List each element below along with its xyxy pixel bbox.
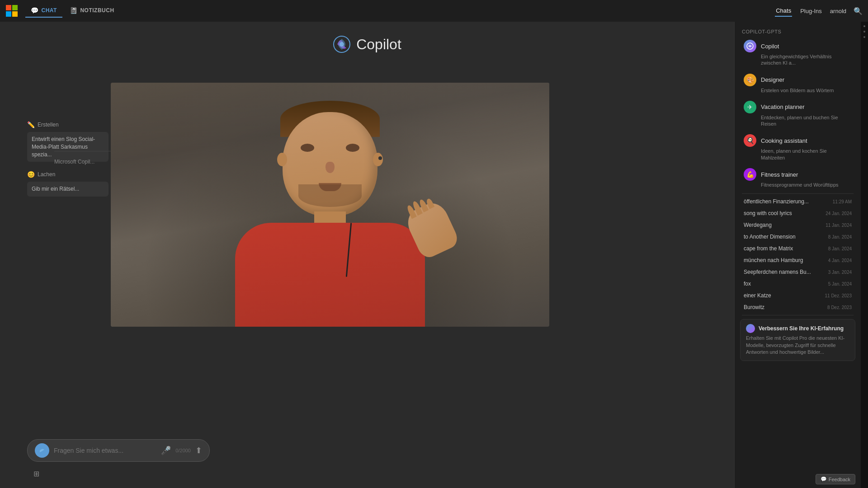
sidebar-item-vacation[interactable]: ✈ Vacation planner Entdecken, planen und… <box>736 97 859 131</box>
copilot-pro-logo <box>746 324 755 333</box>
video-placeholder <box>111 83 549 327</box>
sidebar-item-designer-header: 🎨 Designer <box>744 74 852 86</box>
nav-chats[interactable]: Chats <box>775 5 792 17</box>
nav-plugins[interactable]: Plug-Ins <box>799 6 823 16</box>
chat-history-item-6[interactable]: Seepferdchen namens Bu... 3 Jan. 2024 <box>736 266 859 278</box>
sidebar-item-fitness[interactable]: 💪 Fitness trainer Fitnessprogramme und W… <box>736 164 859 192</box>
username: arnold <box>830 8 846 14</box>
chat-history-item-9[interactable]: Burowitz 8 Dez. 2023 <box>736 301 859 313</box>
vacation-gpt-avatar: ✈ <box>744 101 756 113</box>
content-area: Copilot ✏️ Erstellen Entwirft einen Slog… <box>0 22 734 488</box>
person-body <box>235 223 425 327</box>
fitness-gpt-avatar: 💪 <box>744 168 756 181</box>
suggestion-create: ✏️ Erstellen Entwirft einen Slog Social-… <box>27 121 108 162</box>
tab-chat[interactable]: 💬 CHAT <box>25 4 62 18</box>
chat-input-area: 🎤 0/2000 ⬆ ⊞ <box>27 439 210 479</box>
copilot-logo-icon <box>333 35 351 53</box>
search-icon[interactable]: 🔍 <box>854 7 863 15</box>
chat-input[interactable] <box>54 447 156 454</box>
tab-notizbuch-label: NOTIZBUCH <box>80 7 114 14</box>
chat-title-5: münchen nach Hamburg <box>744 257 825 263</box>
upgrade-banner[interactable]: Verbessern Sie Ihre KI-Erfahrung Erhalte… <box>740 319 855 361</box>
feedback-label: Feedback <box>829 477 850 482</box>
strip-dot-1 <box>863 25 865 27</box>
chat-input-container: 🎤 0/2000 ⬆ <box>27 439 210 462</box>
suggestion-create-text: Erstellen <box>38 122 59 128</box>
chat-title-4: cape from the Matrix <box>744 245 825 252</box>
suggestion-laugh-body[interactable]: Gib mir ein Rätsel... <box>27 182 108 197</box>
svg-point-5 <box>340 42 344 47</box>
microphone-icon[interactable]: 🎤 <box>161 446 171 455</box>
designer-gpt-avatar: 🎨 <box>744 74 756 86</box>
chat-history-item-8[interactable]: einer Katze 11 Dez. 2023 <box>736 290 859 301</box>
chat-history-item-4[interactable]: cape from the Matrix 8 Jan. 2024 <box>736 243 859 254</box>
chat-history-item-3[interactable]: to Another Dimension 8 Jan. 2024 <box>736 231 859 243</box>
chat-date-5: 4 Jan. 2024 <box>828 258 852 263</box>
suggestion-laugh-text: Lachen <box>38 171 55 178</box>
chat-history-item-fox[interactable]: fox 5 Jan. 2024 <box>736 278 859 290</box>
right-strip <box>861 22 868 488</box>
chat-title-fox: fox <box>744 281 825 287</box>
pencil-icon: ✏️ <box>27 121 35 128</box>
cooking-gpt-name: Cooking assistant <box>761 137 807 144</box>
chat-title-3: to Another Dimension <box>744 234 825 240</box>
vacation-gpt-desc: Entdecken, planen und buchen Sie Reisen <box>761 114 852 127</box>
chat-title-1: song with cool lyrics <box>744 210 822 216</box>
chat-title-9: Burowitz <box>744 304 824 310</box>
svg-rect-3 <box>12 11 18 17</box>
chat-history-item-5[interactable]: münchen nach Hamburg 4 Jan. 2024 <box>736 254 859 266</box>
copilot-gpt-avatar <box>744 40 756 52</box>
copilot-header: Copilot <box>333 35 401 53</box>
chat-history-item-1[interactable]: song with cool lyrics 24 Jan. 2024 <box>736 207 859 219</box>
chat-title-0: öffentlichen Finanzierung... <box>744 198 829 205</box>
sidebar-item-designer[interactable]: 🎨 Designer Erstelen von Bildern aus Wört… <box>736 70 859 97</box>
designer-gpt-desc: Erstelen von Bildern aus Wörtern <box>761 87 852 94</box>
designer-gpt-name: Designer <box>761 76 784 83</box>
main-area: Copilot ✏️ Erstellen Entwirft einen Slog… <box>0 22 868 488</box>
sidebar-item-fitness-header: 💪 Fitness trainer <box>744 168 852 181</box>
cooking-gpt-avatar: 🍳 <box>744 134 756 147</box>
upgrade-banner-header: Verbessern Sie Ihre KI-Erfahrung <box>746 324 849 333</box>
microsoft-copilot-label: Microsoft Copil... <box>54 159 94 165</box>
chat-date-8: 11 Dez. 2023 <box>825 293 852 298</box>
tab-notizbuch[interactable]: 📓 NOTIZBUCH <box>64 4 120 18</box>
topbar-tabs: 💬 CHAT 📓 NOTIZBUCH <box>25 4 775 18</box>
chat-date-fox: 5 Jan. 2024 <box>828 282 852 286</box>
topbar: 💬 CHAT 📓 NOTIZBUCH Chats Plug-Ins arnold… <box>0 0 868 22</box>
suggestion-laugh: 😊 Lachen Gib mir ein Rätsel... <box>27 171 108 197</box>
chat-history-item-2[interactable]: Werdegang 11 Jan. 2024 <box>736 219 859 231</box>
sidebar-item-cooking[interactable]: 🍳 Cooking assistant Ideen, planen und ko… <box>736 131 859 164</box>
windows-logo-icon <box>5 5 18 17</box>
copilot-gpt-name: Copilot <box>761 43 779 50</box>
fitness-gpt-name: Fitness trainer <box>761 171 798 178</box>
chat-counter: 0/2000 <box>175 448 191 453</box>
chat-date-9: 8 Dez. 2023 <box>827 305 852 310</box>
tab-chat-label: CHAT <box>42 7 57 14</box>
chat-history-item-0[interactable]: öffentlichen Finanzierung... 11:29 AM <box>736 196 859 207</box>
svg-rect-0 <box>6 5 11 10</box>
suggestion-create-label: ✏️ Erstellen <box>27 121 108 128</box>
chat-date-1: 24 Jan. 2024 <box>826 211 852 216</box>
sidebar-gpts-title: Copilot-GPTs <box>735 25 861 36</box>
chat-date-3: 8 Jan. 2024 <box>828 235 852 239</box>
strip-dot-3 <box>863 36 865 38</box>
chat-tab-icon: 💬 <box>31 7 39 14</box>
chat-avatar-icon <box>35 443 49 458</box>
send-icon[interactable]: ⬆ <box>195 446 202 455</box>
sidebar-sep-2 <box>742 315 854 315</box>
expand-icon[interactable]: ⊞ <box>31 468 42 479</box>
copilot-title: Copilot <box>356 36 401 53</box>
chat-date-6: 3 Jan. 2024 <box>828 270 852 275</box>
sidebar-item-copilot[interactable]: Copilot Ein gleichgewichtiges Verhältnis… <box>736 36 859 70</box>
chat-date-2: 11 Jan. 2024 <box>826 223 852 228</box>
notizbuch-tab-icon: 📓 <box>70 7 78 14</box>
suggestion-create-body[interactable]: Entwirft einen Slog Social-Media-Platt S… <box>27 132 108 162</box>
sidebar-sep-1 <box>742 193 854 194</box>
video-person <box>199 87 461 327</box>
video-overlay <box>111 83 549 327</box>
strip-dot-2 <box>863 31 865 33</box>
svg-rect-2 <box>6 11 11 17</box>
sidebar-item-vacation-header: ✈ Vacation planner <box>744 101 852 113</box>
feedback-button[interactable]: 💬 Feedback <box>816 474 855 484</box>
feedback-icon: 💬 <box>821 476 827 482</box>
